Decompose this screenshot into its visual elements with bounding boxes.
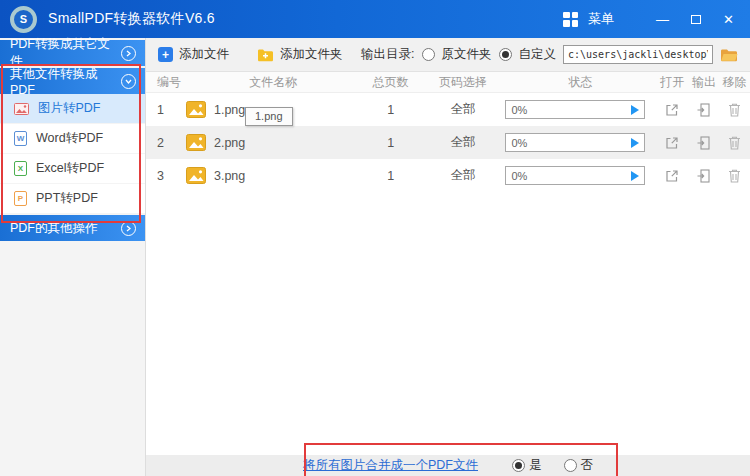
sidebar-item-ppt-to-pdf[interactable]: P PPT转PDF: [0, 184, 145, 213]
filename-tooltip: 1.png: [245, 107, 293, 126]
col-header-remove: 移除: [719, 74, 750, 91]
radio-merge-yes[interactable]: [512, 459, 525, 472]
radio-merge-no[interactable]: [564, 459, 577, 472]
col-header-name: 文件名称: [186, 74, 361, 91]
page-count: 1: [361, 136, 421, 150]
row-number: 1: [146, 103, 186, 117]
chevron-right-icon: [121, 221, 136, 236]
main-panel: + 添加文件 添加文件夹 输出目录: 原文件夹 自定义: [145, 38, 750, 476]
add-folder-icon: [257, 48, 274, 62]
output-folder-icon[interactable]: [696, 168, 712, 184]
image-file-icon: [186, 167, 206, 184]
menu-grid-icon[interactable]: [563, 12, 578, 27]
start-convert-icon[interactable]: [631, 105, 639, 115]
sidebar-item-label: PPT转PDF: [36, 190, 98, 207]
sidebar-item-excel-to-pdf[interactable]: X Excel转PDF: [0, 154, 145, 183]
merge-images-link[interactable]: 将所有图片合并成一个PDF文件: [303, 457, 478, 474]
minimize-button[interactable]: —: [656, 13, 669, 26]
toolbar: + 添加文件 添加文件夹 输出目录: 原文件夹 自定义: [146, 38, 750, 72]
image-file-icon: [186, 101, 206, 118]
table-header-row: 编号 文件名称 总页数 页码选择 状态 打开 输出 移除: [146, 72, 750, 93]
start-convert-icon[interactable]: [631, 138, 639, 148]
sidebar-section-other-to-pdf[interactable]: 其他文件转换成PDF: [0, 68, 145, 94]
add-file-button[interactable]: + 添加文件: [158, 46, 229, 63]
output-path-input[interactable]: [563, 45, 713, 64]
app-title: SmallPDF转换器软件V6.6: [48, 10, 215, 28]
col-header-num: 编号: [146, 74, 186, 91]
sidebar: PDF转换成其它文件 其他文件转换成PDF 图片转PDF W Word转PDF: [0, 38, 145, 476]
excel-doc-icon: X: [14, 161, 27, 176]
progress-bar: 0%: [505, 133, 645, 152]
word-doc-icon: W: [14, 131, 27, 146]
menu-button[interactable]: 菜单: [588, 10, 614, 28]
sidebar-section-label: PDF的其他操作: [10, 220, 98, 237]
output-folder-icon[interactable]: [696, 102, 712, 118]
radio-merge-yes-label[interactable]: 是: [529, 457, 542, 474]
sidebar-item-image-to-pdf[interactable]: 图片转PDF: [0, 94, 145, 123]
trash-icon[interactable]: [727, 102, 742, 118]
sidebar-item-label: 图片转PDF: [38, 100, 101, 117]
col-header-range: 页码选择: [421, 74, 506, 91]
sidebar-item-label: Word转PDF: [36, 130, 103, 147]
page-range[interactable]: 全部: [421, 101, 506, 118]
row-number: 3: [146, 169, 186, 183]
progress-bar: 0%: [505, 166, 645, 185]
image-icon: [14, 103, 29, 115]
open-file-icon[interactable]: [664, 168, 680, 184]
file-name: 3.png: [214, 169, 245, 183]
app-window: S SmallPDF转换器软件V6.6 菜单 — ✕ PDF转换成其它文件 其他…: [0, 0, 750, 476]
progress-percent: 0%: [511, 137, 527, 149]
add-folder-button[interactable]: 添加文件夹: [257, 46, 343, 63]
output-dir-label: 输出目录:: [361, 46, 414, 63]
trash-icon[interactable]: [727, 168, 742, 184]
maximize-button[interactable]: [691, 13, 701, 26]
open-file-icon[interactable]: [664, 102, 680, 118]
ppt-doc-icon: P: [14, 191, 27, 206]
row-number: 2: [146, 136, 186, 150]
progress-bar: 0%: [505, 100, 645, 119]
browse-folder-icon[interactable]: [720, 48, 738, 62]
chevron-right-icon: [121, 46, 136, 61]
file-name: 1.png: [214, 103, 245, 117]
radio-custom[interactable]: [499, 48, 512, 61]
add-folder-label: 添加文件夹: [280, 46, 343, 63]
table-row: 3 3.png 1 全部 0%: [146, 159, 750, 192]
page-count: 1: [361, 103, 421, 117]
col-header-output: 输出: [689, 74, 719, 91]
titlebar: S SmallPDF转换器软件V6.6 菜单 — ✕: [0, 0, 750, 38]
trash-icon[interactable]: [727, 135, 742, 151]
radio-original-label[interactable]: 原文件夹: [442, 46, 492, 63]
table-row: 1 1.png 1 全部 0%: [146, 93, 750, 126]
output-folder-icon[interactable]: [696, 135, 712, 151]
close-button[interactable]: ✕: [723, 13, 734, 26]
chevron-down-icon: [121, 74, 136, 89]
open-file-icon[interactable]: [664, 135, 680, 151]
progress-percent: 0%: [511, 170, 527, 182]
sidebar-section-pdf-to-other[interactable]: PDF转换成其它文件: [0, 40, 145, 66]
sidebar-item-word-to-pdf[interactable]: W Word转PDF: [0, 124, 145, 153]
table-row: 2 2.png 1 全部 0%: [146, 126, 750, 159]
col-header-pages: 总页数: [361, 74, 421, 91]
page-count: 1: [361, 169, 421, 183]
footer-bar: 将所有图片合并成一个PDF文件 是 否: [146, 455, 750, 476]
start-convert-icon[interactable]: [631, 171, 639, 181]
page-range[interactable]: 全部: [421, 134, 506, 151]
col-header-open: 打开: [655, 74, 689, 91]
radio-merge-no-label[interactable]: 否: [581, 457, 594, 474]
col-header-status: 状态: [505, 74, 655, 91]
app-logo-icon: S: [10, 6, 37, 33]
add-file-label: 添加文件: [179, 46, 229, 63]
sidebar-section-pdf-ops[interactable]: PDF的其他操作: [0, 215, 145, 241]
page-range[interactable]: 全部: [421, 167, 506, 184]
sidebar-item-label: Excel转PDF: [36, 160, 104, 177]
sidebar-section-label: 其他文件转换成PDF: [10, 66, 121, 97]
image-file-icon: [186, 134, 206, 151]
radio-original-folder[interactable]: [422, 48, 435, 61]
progress-percent: 0%: [511, 104, 527, 116]
add-file-icon: +: [158, 47, 173, 62]
file-name: 2.png: [214, 136, 245, 150]
radio-custom-label[interactable]: 自定义: [519, 46, 557, 63]
